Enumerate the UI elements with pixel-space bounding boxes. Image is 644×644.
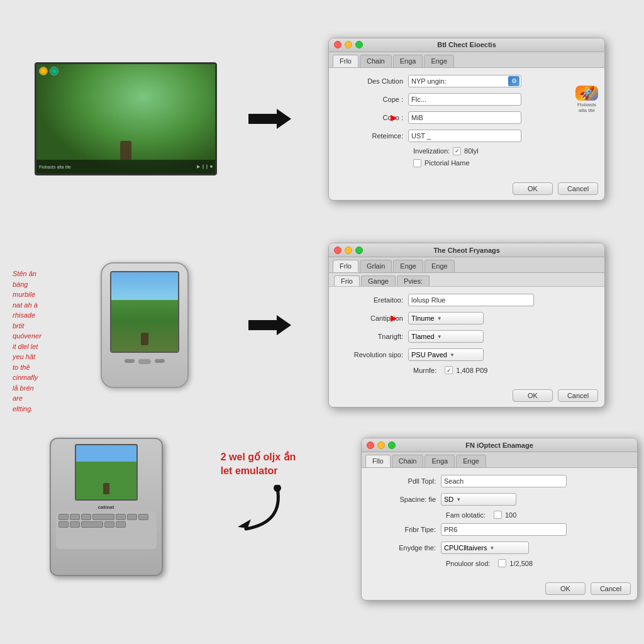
dialog-title-3: FN iOptect Enamage (465, 441, 533, 449)
tab-enge-1[interactable]: Enge (424, 55, 454, 67)
tab-enge-3[interactable]: Enge (456, 455, 486, 467)
dialog-content-1: 🚀 Fiobastsalta tite Des Clution NYP ungi… (329, 68, 604, 179)
character (120, 141, 131, 160)
input-reteimce[interactable]: UST _ (408, 130, 521, 142)
min-btn-2[interactable] (345, 247, 352, 254)
select-spacine[interactable]: SD ▼ (441, 493, 516, 506)
tab-inner-gange[interactable]: Gange (361, 275, 396, 286)
label-cope: Cope : (339, 96, 408, 103)
field-fribr-tipe: Fribr Tipe: PR6 (372, 523, 627, 536)
traffic-lights-3 (367, 441, 396, 449)
checkbox-invelization[interactable] (453, 147, 461, 155)
emu-key-4[interactable] (92, 514, 114, 520)
value-reteimce: UST _ (411, 132, 518, 140)
field-pnouloor: Pnouloor slod: 1/2,508 (446, 559, 627, 567)
phone-controls (125, 359, 165, 364)
select-arrow-tnarigft: ▼ (437, 334, 442, 340)
tab-enga-3[interactable]: Enga (425, 455, 455, 467)
max-btn-2[interactable] (355, 247, 363, 254)
value-cope: Flc... (411, 96, 518, 103)
traffic-lights-2 (334, 247, 363, 254)
tab-frlo-1[interactable]: Frlo (333, 55, 358, 67)
emu-key-11[interactable] (104, 521, 114, 528)
cancel-button-1[interactable]: Cancel (558, 182, 598, 195)
label-tnarigft: Tnarigft: (339, 333, 408, 340)
emu-key-6[interactable] (127, 514, 137, 520)
emu-key-3[interactable] (81, 514, 91, 520)
input-icon-1[interactable]: ⚙ (508, 76, 519, 86)
cancel-button-3[interactable]: Cancel (591, 582, 631, 595)
ok-button-1[interactable]: OK (513, 182, 553, 195)
left-section-3: catinat (6, 438, 206, 576)
field-cope: Cope : Flc... (339, 92, 594, 106)
emu-key-12[interactable] (116, 521, 126, 528)
field-invelization: Invelization: 80lyl (413, 147, 594, 155)
close-btn-2[interactable] (334, 247, 341, 254)
field-cantipltion: Cantipltion ▶ Tlnume ▼ (339, 311, 594, 325)
max-btn-3[interactable] (388, 441, 396, 449)
svg-marker-0 (248, 109, 291, 129)
buttons-row-1: OK Cancel (329, 179, 604, 200)
tab-inner-frio[interactable]: Frio (334, 275, 360, 286)
dialog-3: FN iOptect Enamage Fllo Chain Enga Enge … (361, 438, 638, 601)
app-icon-1: 🚀 Fiobastsalta tite (574, 86, 599, 111)
ok-button-2[interactable]: OK (513, 389, 553, 402)
emu-key-10[interactable] (81, 521, 103, 528)
value-cantipltion: Tlnume (411, 314, 435, 322)
emu-key-9[interactable] (70, 521, 80, 528)
close-btn-1[interactable] (334, 41, 341, 48)
input-copo[interactable]: MiB (408, 111, 521, 124)
tab-enge-2b[interactable]: Enge (425, 260, 455, 272)
min-btn-1[interactable] (345, 41, 352, 48)
emu-key-8[interactable] (58, 521, 69, 528)
checkbox-murnfe[interactable] (445, 366, 453, 374)
cancel-button-2[interactable]: Cancel (558, 389, 598, 402)
min-btn-3[interactable] (377, 441, 385, 449)
dialog-2: The Cheot Fryanags Frlo Grlain Enge Enge… (328, 243, 605, 408)
value-revolution: PSU Paved (411, 351, 447, 358)
checkbox-fam-olotatic[interactable] (494, 511, 502, 519)
buttons-row-2: OK Cancel (329, 386, 604, 407)
select-revolution[interactable]: PSU Paved ▼ (408, 348, 484, 361)
checkbox-pnouloor[interactable] (498, 559, 506, 567)
label-fam-olotatic: Fam olotatic: (446, 511, 486, 519)
field-murnfe: Murnfe: 1,408 P09 (413, 366, 594, 374)
input-des-clution[interactable]: NYP ungin: ⚙ (408, 75, 521, 87)
tab-fllo-3[interactable]: Fllo (365, 455, 391, 467)
tab-frlo-2[interactable]: Frlo (333, 260, 358, 272)
phone-character (141, 333, 148, 345)
tab-chain-1[interactable]: Chain (360, 55, 392, 67)
select-enydge[interactable]: CPUClltaivers ▼ (441, 541, 529, 554)
select-tnarigft[interactable]: Tlamed ▼ (408, 330, 484, 343)
ok-button-3[interactable]: OK (545, 582, 586, 595)
input-cope[interactable]: Flc... (408, 93, 521, 106)
titlebar-2: The Cheot Fryanags (329, 243, 604, 257)
traffic-lights-1 (334, 41, 363, 48)
label-copo: Copo : (339, 114, 408, 121)
label-des-clution: Des Clution (339, 77, 408, 85)
input-eretaitoo[interactable]: lolusp Rlue (408, 294, 534, 306)
right-section-3: FN iOptect Enamage Fllo Chain Enga Enge … (361, 438, 638, 601)
left-section-2: Stên ân bàng murbile nat ah à rhisade br… (6, 262, 245, 388)
emu-key-2[interactable] (70, 514, 80, 520)
label-pnouloor: Pnouloor slod: (446, 560, 490, 567)
tab-enga-1[interactable]: Enga (393, 55, 423, 67)
emu-key-1[interactable] (58, 514, 69, 520)
buttons-row-3: OK Cancel (362, 579, 637, 600)
select-arrow-revolution: ▼ (450, 352, 455, 358)
emu-key-7[interactable] (138, 514, 148, 520)
emu-key-5[interactable] (116, 514, 126, 520)
max-btn-1[interactable] (355, 41, 363, 48)
tab-inner-pvies[interactable]: Pvies: (397, 275, 430, 286)
tab-grlain-2[interactable]: Grlain (360, 260, 392, 272)
game-hud (39, 67, 58, 75)
input-pdll-topl[interactable]: Seach (441, 475, 567, 487)
input-fribr-tipe[interactable]: PR6 (441, 523, 567, 536)
red-indicator-icon-2: ▶ (391, 314, 396, 323)
checkbox-pictorial[interactable] (413, 159, 421, 167)
close-btn-3[interactable] (367, 441, 374, 449)
phone-btn-right (155, 359, 165, 363)
tab-chain-3[interactable]: Chain (392, 455, 424, 467)
select-cantipltion[interactable]: Tlnume ▼ (408, 312, 484, 325)
tab-enge-2a[interactable]: Enge (393, 260, 423, 272)
